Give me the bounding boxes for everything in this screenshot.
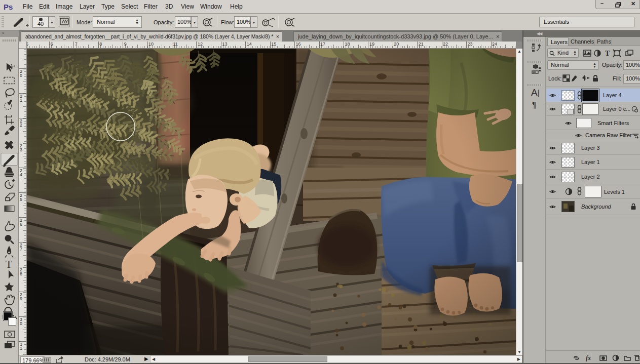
svg-text:T: T	[605, 50, 610, 57]
svg-text:fx: fx	[586, 354, 591, 361]
svg-text:T: T	[6, 258, 12, 270]
